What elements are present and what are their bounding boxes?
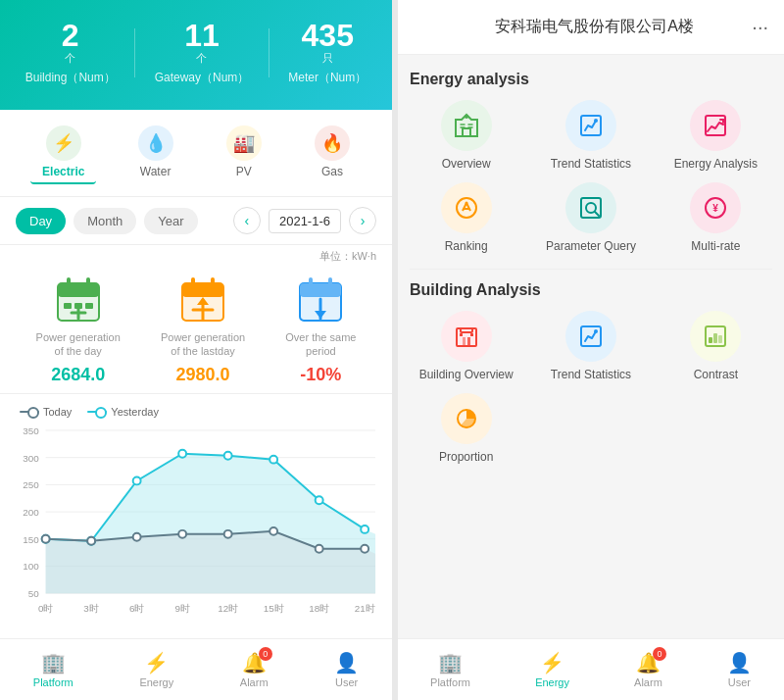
company-title: 安科瑞电气股份有限公司A楼: [437, 17, 752, 37]
svg-text:150: 150: [23, 533, 39, 544]
svg-rect-12: [211, 277, 215, 289]
energy-icon: ⚡: [144, 651, 169, 675]
right-header: 安科瑞电气股份有限公司A楼 ···: [398, 0, 784, 55]
svg-point-61: [361, 544, 368, 552]
svg-point-58: [224, 529, 232, 537]
calendar-green-icon: [54, 275, 103, 325]
svg-rect-78: [460, 333, 463, 336]
right-nav-alarm-label: Alarm: [634, 676, 662, 688]
left-nav-alarm[interactable]: 🔔 0 Alarm: [224, 647, 284, 692]
lastday-stat-title: Power generationof the lastday: [161, 330, 245, 359]
left-nav-platform[interactable]: 🏢 Platform: [18, 647, 89, 692]
more-button[interactable]: ···: [752, 16, 768, 38]
meter-label: Meter（Num）: [288, 70, 367, 86]
svg-point-59: [270, 527, 277, 535]
overview-icon: [441, 100, 492, 151]
right-content: Energy analysis Overview Trend Statistic…: [398, 55, 784, 638]
tab-gas[interactable]: 🔥 Gas: [303, 122, 362, 184]
svg-text:21时: 21时: [355, 603, 375, 614]
ranking-label: Ranking: [445, 239, 488, 253]
tab-electric[interactable]: ⚡ Electric: [30, 122, 96, 184]
date-navigation: ‹ 2021-1-6 ›: [233, 207, 376, 234]
prev-date-button[interactable]: ‹: [233, 207, 261, 234]
menu-multi-rate[interactable]: ¥ Multi-rate: [660, 182, 772, 253]
tab-pv[interactable]: 🏭 PV: [215, 122, 273, 184]
year-button[interactable]: Year: [144, 208, 197, 234]
next-date-button[interactable]: ›: [349, 207, 376, 234]
day-button[interactable]: Day: [16, 208, 66, 234]
menu-energy-analysis[interactable]: Energy Analysis: [660, 100, 772, 171]
svg-point-48: [133, 476, 141, 484]
menu-proportion[interactable]: Proportion: [410, 393, 522, 464]
ranking-icon: [441, 182, 492, 233]
menu-trend-stats-building[interactable]: Trend Statistics: [534, 311, 647, 381]
building-overview-label: Building Overview: [419, 368, 514, 381]
svg-rect-77: [467, 337, 470, 346]
right-nav-user[interactable]: 👤 User: [711, 647, 767, 692]
left-nav-user-label: User: [335, 676, 358, 688]
param-query-label: Parameter Query: [546, 239, 636, 253]
svg-rect-11: [191, 277, 195, 289]
user-icon: 👤: [334, 651, 359, 675]
svg-rect-84: [713, 333, 717, 343]
svg-rect-4: [64, 303, 72, 309]
tab-water[interactable]: 💧 Water: [126, 122, 185, 184]
tab-electric-label: Electric: [42, 165, 84, 178]
right-nav-energy[interactable]: ⚡ Energy: [519, 647, 585, 692]
svg-text:100: 100: [23, 561, 39, 572]
left-nav-energy[interactable]: ⚡ Energy: [123, 647, 189, 692]
lastday-stat-value: 2980.0: [176, 365, 230, 385]
svg-rect-17: [300, 283, 341, 297]
right-nav-platform[interactable]: 🏢 Platform: [415, 647, 486, 692]
svg-point-54: [42, 534, 50, 542]
svg-text:350: 350: [23, 425, 39, 436]
svg-point-51: [270, 455, 277, 463]
menu-param-query[interactable]: Parameter Query: [534, 182, 647, 253]
svg-point-56: [133, 532, 141, 540]
svg-point-52: [316, 496, 323, 504]
menu-ranking[interactable]: Ranking: [410, 182, 522, 253]
chart-legend: Today Yesterday: [12, 402, 380, 422]
gateway-number: 11: [155, 20, 250, 51]
pv-icon: 🏭: [226, 125, 262, 161]
left-nav-energy-label: Energy: [139, 676, 173, 688]
today-stat-value: 2684.0: [51, 365, 105, 385]
multi-rate-label: Multi-rate: [691, 239, 740, 253]
svg-point-68: [465, 202, 467, 205]
building-overview-icon: [441, 311, 492, 362]
svg-rect-63: [581, 116, 601, 135]
proportion-icon: [441, 393, 492, 444]
stats-row: Power generationof the day 2684.0 Power …: [0, 264, 392, 394]
overview-label: Overview: [442, 157, 491, 171]
svg-text:12时: 12时: [218, 603, 238, 614]
chart-svg-container: 350 300 250 200 150 100 50 0时 3时 6时 9: [12, 422, 380, 618]
building-analysis-grid: Building Overview Trend Statistics Contr…: [410, 311, 772, 464]
right-nav-alarm[interactable]: 🔔 0 Alarm: [618, 647, 678, 692]
svg-text:15时: 15时: [264, 603, 284, 614]
svg-text:50: 50: [28, 588, 39, 599]
svg-text:300: 300: [23, 452, 39, 463]
trend-stats-energy-icon: [565, 100, 616, 151]
param-query-icon: [565, 182, 616, 233]
right-nav-platform-label: Platform: [430, 676, 470, 688]
menu-overview[interactable]: Overview: [410, 100, 522, 171]
svg-text:18时: 18时: [309, 603, 329, 614]
building-number: 2: [25, 20, 116, 51]
right-nav-energy-label: Energy: [535, 676, 569, 688]
svg-text:3时: 3时: [83, 603, 99, 614]
menu-building-overview[interactable]: Building Overview: [410, 311, 522, 381]
right-alarm-badge: 0: [653, 647, 666, 661]
trend-stats-energy-label: Trend Statistics: [551, 157, 631, 171]
electric-icon: ⚡: [46, 125, 81, 161]
svg-text:250: 250: [23, 479, 39, 490]
svg-point-53: [361, 525, 368, 533]
water-icon: 💧: [138, 125, 173, 161]
month-button[interactable]: Month: [74, 208, 136, 234]
menu-contrast[interactable]: Contrast: [660, 311, 772, 381]
left-nav-user[interactable]: 👤 User: [318, 647, 374, 692]
menu-trend-stats-energy[interactable]: Trend Statistics: [534, 100, 647, 171]
svg-text:0时: 0时: [38, 603, 54, 614]
svg-rect-1: [58, 283, 99, 297]
right-platform-icon: 🏢: [438, 651, 463, 675]
tab-water-label: Water: [140, 165, 172, 178]
